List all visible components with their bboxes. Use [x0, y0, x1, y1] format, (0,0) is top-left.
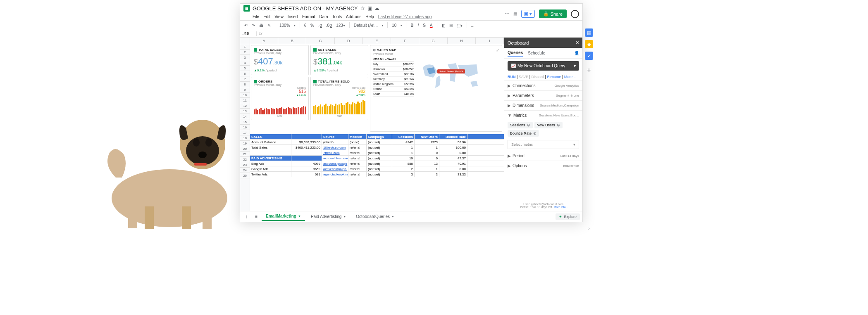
share-button[interactable]: 🔒Share: [539, 9, 567, 18]
chip-sessions[interactable]: Sessions⊗: [508, 122, 533, 128]
cloud-icon[interactable]: ☁: [374, 5, 379, 11]
section-parameters[interactable]: ▶ParametersSegment=None: [504, 90, 582, 100]
row-19[interactable]: 19: [240, 141, 250, 146]
last-edit[interactable]: Last edit was 27 minutes ago: [378, 14, 432, 19]
row-6[interactable]: 6: [240, 71, 250, 76]
redo-icon[interactable]: ↷: [251, 23, 256, 28]
rename-button[interactable]: Rename: [547, 75, 561, 79]
menu-addons[interactable]: Add-ons: [346, 14, 361, 19]
avatar[interactable]: [571, 10, 579, 18]
section-options[interactable]: ▶Optionsheader=on: [504, 161, 582, 171]
run-button[interactable]: RUN: [508, 75, 516, 79]
row-22[interactable]: 22: [240, 157, 250, 162]
row-24[interactable]: 24: [240, 168, 250, 173]
row-3[interactable]: 3: [240, 55, 250, 60]
font-select[interactable]: Default (Ari...: [353, 23, 379, 28]
col-c[interactable]: C: [306, 38, 334, 44]
row-16[interactable]: 16: [240, 125, 250, 130]
section-metrics[interactable]: ▼MetricsSessions,New Users,Bou...: [504, 110, 582, 120]
row-20[interactable]: 20: [240, 146, 250, 152]
menu-view[interactable]: View: [274, 14, 284, 19]
add-sheet-icon[interactable]: +: [243, 213, 251, 220]
font-size[interactable]: 10: [391, 23, 397, 28]
paint-icon[interactable]: ✎: [267, 23, 272, 28]
col-f[interactable]: F: [391, 38, 419, 44]
select-metric-dropdown[interactable]: Select metric▾: [508, 140, 579, 149]
bold-icon[interactable]: B: [410, 23, 414, 28]
row-10[interactable]: 10: [240, 92, 250, 98]
doc-title[interactable]: GOOGLE SHEETS ADD-ON - MY AGENCY: [253, 5, 358, 12]
more-button[interactable]: More...: [564, 75, 576, 79]
print-icon[interactable]: 🖶: [258, 23, 264, 28]
row-18[interactable]: 18: [240, 135, 250, 141]
menu-help[interactable]: Help: [365, 14, 374, 19]
menu-tools[interactable]: Tools: [332, 14, 342, 19]
expand-icon[interactable]: ⤢: [496, 48, 499, 52]
row-23[interactable]: 23: [240, 162, 250, 168]
tab-paidadvertising[interactable]: Paid Advertisting ▼: [307, 213, 350, 220]
remove-icon[interactable]: ⊗: [533, 131, 537, 135]
close-icon[interactable]: ✕: [575, 40, 579, 45]
explore-button[interactable]: ✦Explore: [556, 213, 580, 220]
row-1[interactable]: 1: [240, 44, 250, 50]
row-17[interactable]: 17: [240, 130, 250, 135]
percent-icon[interactable]: %: [310, 23, 315, 28]
borders-icon[interactable]: ⊞: [448, 23, 453, 28]
tab-octoboardqueries[interactable]: OctoboardQueries ▼: [352, 213, 398, 220]
row-4[interactable]: 4: [240, 60, 250, 66]
row-9[interactable]: 9: [240, 87, 250, 92]
tab-emailmarketing[interactable]: EmailMarketing ▼: [262, 212, 305, 221]
row-13[interactable]: 13: [240, 109, 250, 114]
calendar-icon[interactable]: ▦: [585, 28, 593, 37]
menu-edit[interactable]: Edit: [263, 14, 270, 19]
undo-icon[interactable]: ↶: [243, 23, 248, 28]
merge-icon[interactable]: ⬚▾: [456, 23, 463, 28]
section-dimensions[interactable]: ▶DimensionsSource,Medium,Campaign: [504, 100, 582, 110]
trend-icon[interactable]: 〰: [505, 12, 509, 16]
row-11[interactable]: 11: [240, 98, 250, 103]
tab-queries[interactable]: Queries: [508, 50, 523, 57]
star-icon[interactable]: ☆: [360, 5, 365, 11]
col-a[interactable]: A: [250, 38, 278, 44]
remove-icon[interactable]: ⊗: [527, 123, 530, 127]
cell-reference[interactable]: J18: [240, 31, 257, 36]
chip-newusers[interactable]: New Users⊗: [534, 122, 563, 128]
row-14[interactable]: 14: [240, 114, 250, 119]
inc-dec-icon[interactable]: .00̲: [325, 23, 333, 28]
zoom[interactable]: 100%: [279, 23, 291, 28]
row-8[interactable]: 8: [240, 82, 250, 87]
row-25[interactable]: 25: [240, 173, 250, 178]
col-i[interactable]: I: [476, 38, 504, 44]
keep-icon[interactable]: ◆: [585, 40, 593, 48]
strike-icon[interactable]: S: [422, 23, 427, 28]
menu-file[interactable]: File: [253, 14, 259, 19]
italic-icon[interactable]: I: [417, 23, 420, 28]
section-period[interactable]: ▶PeriodLast 14 days: [504, 151, 582, 161]
all-sheets-icon[interactable]: ≡: [253, 214, 260, 219]
section-connections[interactable]: ▶ConnectionsGoogle Analytics: [504, 81, 582, 90]
row-5[interactable]: 5: [240, 66, 250, 71]
format-123[interactable]: 123▾: [335, 23, 346, 28]
remove-icon[interactable]: ⊗: [557, 123, 560, 127]
col-e[interactable]: E: [363, 38, 391, 44]
dec-dec-icon[interactable]: .0̲: [317, 23, 323, 28]
folder-icon[interactable]: ▣: [367, 5, 372, 11]
row-21[interactable]: 21: [240, 152, 250, 157]
select-all-corner[interactable]: [240, 38, 250, 44]
add-app-icon[interactable]: +: [587, 66, 591, 74]
row-2[interactable]: 2: [240, 50, 250, 55]
col-b[interactable]: B: [278, 38, 306, 44]
fill-icon[interactable]: ◧: [441, 23, 446, 28]
col-h[interactable]: H: [448, 38, 476, 44]
cells-area[interactable]: TOTAL SALES Previous month, daily $407.3…: [250, 44, 504, 211]
more-info-link[interactable]: More info...: [553, 206, 568, 208]
text-color-icon[interactable]: A: [429, 23, 434, 28]
row-12[interactable]: 12: [240, 103, 250, 109]
present-button[interactable]: ▣ ▾: [521, 10, 535, 18]
tasks-icon[interactable]: ✓: [585, 52, 593, 60]
chip-bounce[interactable]: Bounce Rate⊗: [508, 130, 539, 137]
menu-format[interactable]: Format: [302, 14, 315, 19]
row-15[interactable]: 15: [240, 119, 250, 125]
row-7[interactable]: 7: [240, 76, 250, 82]
col-g[interactable]: G: [419, 38, 447, 44]
